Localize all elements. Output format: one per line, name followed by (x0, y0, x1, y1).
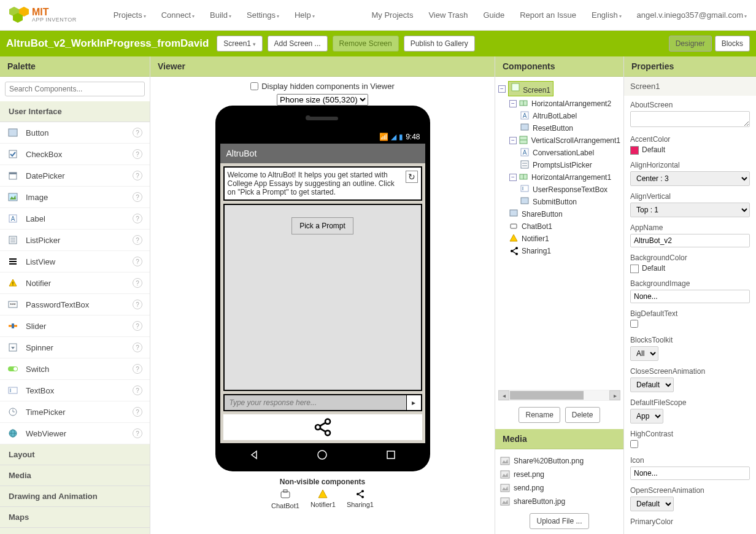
nonvis-sharing[interactable]: Sharing1 (347, 489, 374, 509)
tree-altrulabel[interactable]: AAltruBotLabel (498, 110, 620, 122)
prop-icon-input[interactable] (630, 466, 750, 480)
media-item[interactable]: shareButton.jpg (500, 495, 619, 508)
palette-switch[interactable]: Switch? (0, 358, 150, 380)
cat-maps[interactable]: Maps (0, 507, 150, 528)
cat-charts[interactable]: Charts (0, 528, 150, 534)
tree-sharebtn[interactable]: ShareButton (498, 208, 620, 220)
cat-media[interactable]: Media (0, 465, 150, 486)
palette-checkbox[interactable]: CheckBox? (0, 144, 150, 165)
palette-spinner[interactable]: Spinner? (0, 337, 150, 358)
remove-screen-button[interactable]: Remove Screen (333, 36, 399, 52)
prop-filescope-select[interactable]: App (630, 409, 663, 424)
prop-toolkit-select[interactable]: All (630, 346, 658, 361)
send-button[interactable]: ▸ (406, 395, 421, 410)
search-input[interactable] (5, 82, 145, 96)
prop-bgimage-input[interactable] (630, 290, 750, 303)
add-screen-button[interactable]: Add Screen ... (268, 36, 328, 52)
delete-button[interactable]: Delete (565, 407, 600, 423)
back-icon[interactable] (248, 449, 260, 461)
publish-button[interactable]: Publish to Gallery (404, 36, 475, 52)
menu-language[interactable]: English▾ (592, 10, 622, 20)
phone-nav (220, 443, 425, 466)
tree-submit[interactable]: SubmitButton (498, 196, 620, 208)
menu-report[interactable]: Report an Issue (520, 10, 576, 20)
tree-vsa[interactable]: −VerticalScrollArrangement1 (498, 134, 620, 147)
media-item[interactable]: Share%20Button.png (500, 454, 619, 468)
tree-urtb[interactable]: UserResponseTextBox (498, 184, 620, 196)
media-item[interactable]: reset.png (500, 468, 619, 481)
prop-bigtext-check[interactable] (630, 320, 638, 328)
menu-guide[interactable]: Guide (483, 10, 504, 20)
upload-button[interactable]: Upload File ... (530, 513, 588, 529)
palette-image[interactable]: Image? (0, 187, 150, 208)
palette-notifier[interactable]: !Notifier? (0, 273, 150, 294)
cat-user-interface[interactable]: User Interface (0, 101, 150, 122)
prop-alignv-select[interactable]: Top : 1 (630, 203, 750, 217)
help-icon[interactable]: ? (133, 128, 142, 137)
menu-myprojects[interactable]: My Projects (372, 10, 414, 20)
palette-textbox[interactable]: TextBox? (0, 380, 150, 401)
hidden-checkbox[interactable] (250, 82, 258, 90)
palette-label[interactable]: ALabel? (0, 208, 150, 230)
cat-layout[interactable]: Layout (0, 444, 150, 465)
reset-button[interactable]: ↻ (406, 171, 418, 183)
menu-account[interactable]: angel.v.iniego357@gmail.com▾ (637, 10, 747, 20)
palette-slider[interactable]: Slider? (0, 315, 150, 337)
tree-ha1[interactable]: −HorizontalArrangement1 (498, 171, 620, 184)
screen-selector[interactable]: Screen1 (217, 36, 262, 52)
logo-mit: MIT (32, 7, 77, 17)
properties-subtitle: Screen1 (624, 77, 756, 96)
palette-listview[interactable]: ListView? (0, 251, 150, 273)
logo[interactable]: MIT APP INVENTOR (9, 7, 77, 24)
tree-sharing[interactable]: Sharing1 (498, 245, 620, 257)
menu-projects[interactable]: Projects▾ (114, 10, 146, 20)
prop-bgcolor-value[interactable]: Default (630, 264, 750, 273)
cat-drawing[interactable]: Drawing and Animation (0, 486, 150, 507)
phone-size-select[interactable]: Phone size (505,320) (277, 94, 368, 106)
media-item[interactable]: send.png (500, 481, 619, 495)
palette-datepicker[interactable]: DatePicker? (0, 165, 150, 187)
nonvis-chatbot[interactable]: ChatBot1 (271, 489, 299, 509)
tree-scrollbar[interactable]: ◂▸ (498, 390, 620, 401)
menu-build[interactable]: Build▾ (210, 10, 231, 20)
response-input[interactable] (225, 395, 406, 410)
palette-timepicker[interactable]: TimePicker? (0, 401, 150, 423)
svg-rect-43 (387, 451, 395, 459)
svg-text:***: *** (10, 302, 15, 308)
rename-button[interactable]: Rename (519, 407, 560, 423)
palette-panel: Palette User Interface Button? CheckBox?… (0, 56, 150, 534)
palette-passwordtextbox[interactable]: ***PasswordTextBox? (0, 294, 150, 315)
prop-openanim-select[interactable]: Default (630, 497, 674, 511)
menu-viewtrash[interactable]: View Trash (428, 10, 468, 20)
menu-settings[interactable]: Settings▾ (247, 10, 279, 20)
svg-rect-84 (501, 498, 509, 505)
palette-button[interactable]: Button? (0, 122, 150, 144)
home-icon[interactable] (316, 449, 328, 461)
pick-prompt-button[interactable]: Pick a Prompt (291, 217, 353, 234)
palette-listpicker[interactable]: ListPicker? (0, 230, 150, 251)
designer-button[interactable]: Designer (669, 36, 712, 52)
recent-icon[interactable] (385, 449, 397, 461)
share-icon[interactable] (313, 417, 333, 437)
prop-highcontrast-check[interactable] (630, 440, 638, 448)
tree-notifier[interactable]: Notifier1 (498, 233, 620, 245)
tree-chatbot[interactable]: ChatBot1 (498, 220, 620, 233)
tree-screen1[interactable]: − Screen1 (498, 80, 620, 98)
tree-reset[interactable]: ResetButton (498, 122, 620, 134)
tree-promptslist[interactable]: PromptsListPicker (498, 159, 620, 171)
status-time: 9:48 (406, 133, 420, 141)
menu-help[interactable]: Help▾ (295, 10, 315, 20)
svg-rect-69 (521, 198, 528, 204)
prop-closeanim-select[interactable]: Default (630, 377, 674, 392)
prop-alignh-select[interactable]: Center : 3 (630, 171, 750, 186)
blocks-button[interactable]: Blocks (715, 36, 750, 52)
tree-ha2[interactable]: −HorizontalArrangement2 (498, 98, 620, 110)
tree-convlabel[interactable]: AConversationLabel (498, 147, 620, 159)
listpicker-icon (7, 234, 18, 246)
prop-aboutscreen-input[interactable] (630, 111, 750, 127)
prop-appname-input[interactable] (630, 234, 750, 247)
prop-accentcolor-value[interactable]: Default (630, 145, 750, 155)
menu-connect[interactable]: Connect▾ (161, 10, 195, 20)
palette-webviewer[interactable]: WebViewer? (0, 423, 150, 444)
nonvis-notifier[interactable]: Notifier1 (310, 489, 336, 509)
